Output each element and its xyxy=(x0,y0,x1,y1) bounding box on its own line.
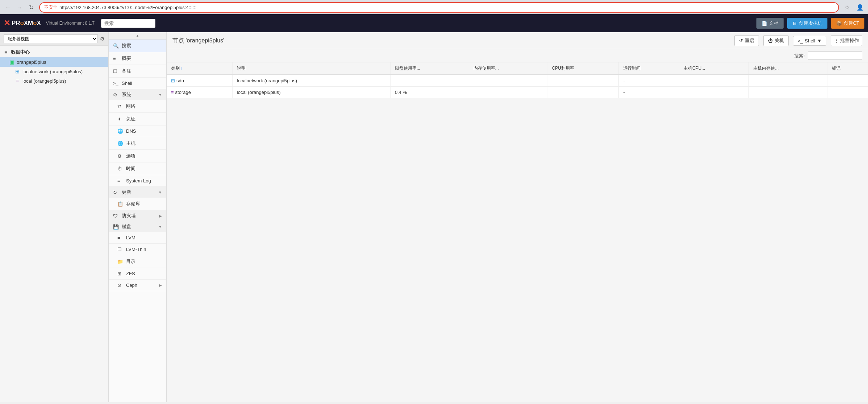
menu-item-lvm[interactable]: ■ LVM xyxy=(109,232,166,244)
forward-button[interactable]: → xyxy=(14,3,25,13)
col-host-cpu[interactable]: 主机CPU... xyxy=(679,62,748,75)
menu-item-zfs[interactable]: ⊞ ZFS xyxy=(109,268,166,280)
view-select[interactable]: 服务器视图 xyxy=(4,34,98,43)
address-bar[interactable] xyxy=(59,5,834,10)
create-ct-icon: 📦 xyxy=(836,21,842,26)
localnetwork-label: localnetwork (orangepi5plus) xyxy=(22,69,83,74)
menu-item-summary[interactable]: ≡ 概要 xyxy=(109,52,166,65)
menu-disks-label: 磁盘 xyxy=(122,223,155,230)
docs-icon: 📄 xyxy=(761,21,767,26)
table-row[interactable]: ≡storage local (orangepi5plus) 0.4 % - xyxy=(167,87,868,98)
create-vm-button[interactable]: 🖥 创建虚拟机 xyxy=(787,18,827,29)
shutdown-button[interactable]: ⏻ 关机 xyxy=(763,35,789,46)
middle-panel: ▲ 🔍 搜索 ≡ 概要 ☐ 备注 >_ Shell ⚙ 系统 ▼ xyxy=(109,32,167,402)
col-host-mem[interactable]: 主机内存使... xyxy=(749,62,827,75)
col-description[interactable]: 说明 xyxy=(232,62,390,75)
localnetwork-icon: ⊞ xyxy=(14,69,20,74)
shell-button[interactable]: >_ Shell ▼ xyxy=(793,36,827,46)
data-table: 类别 说明 磁盘使用率... 内存使用率... CPU利用率 运行时间 主机CP… xyxy=(167,62,868,98)
sidebar-header: 服务器视图 ⚙ xyxy=(0,32,108,46)
content-panel: 节点 'orangepi5plus' ↺ 重启 ⏻ 关机 >_ Shell ▼ … xyxy=(167,32,868,402)
cell-mem-usage xyxy=(469,75,547,87)
menu-item-directory[interactable]: 📁 目录 xyxy=(109,255,166,268)
cell-description: local (orangepi5plus) xyxy=(232,87,390,98)
col-type[interactable]: 类别 xyxy=(167,62,232,75)
cell-host-cpu xyxy=(679,75,748,87)
cell-tags xyxy=(827,75,868,87)
restart-icon: ↺ xyxy=(739,38,743,44)
cell-uptime: - xyxy=(619,87,679,98)
cell-cpu-usage xyxy=(547,75,619,87)
create-ct-label: 创建CT xyxy=(844,20,859,26)
zfs-icon: ⊞ xyxy=(117,271,123,276)
menu-item-repository[interactable]: 📋 存储库 xyxy=(109,198,166,210)
sidebar-item-datacenter[interactable]: ≡ 数据中心 xyxy=(0,47,108,57)
menu-item-shell[interactable]: >_ Shell xyxy=(109,78,166,89)
menu-item-notes[interactable]: ☐ 备注 xyxy=(109,65,166,78)
menu-repository-label: 存储库 xyxy=(126,201,162,207)
menu-syslog-label: System Log xyxy=(126,178,162,184)
menu-item-credentials[interactable]: ✦ 凭证 xyxy=(109,113,166,125)
cell-host-mem xyxy=(749,87,827,98)
local-label: local (orangepi5plus) xyxy=(22,78,66,84)
col-cpu-usage[interactable]: CPU利用率 xyxy=(547,62,619,75)
cell-description: localnetwork (orangepi5plus) xyxy=(232,75,390,87)
create-ct-button[interactable]: 📦 创建CT xyxy=(831,18,864,29)
sidebar-item-localnetwork[interactable]: ⊞ localnetwork (orangepi5plus) xyxy=(0,67,108,76)
browser-top: ← → ↻ 不安全 ☆ 👤 xyxy=(3,2,865,13)
col-uptime[interactable]: 运行时间 xyxy=(619,62,679,75)
menu-item-search[interactable]: 🔍 搜索 xyxy=(109,40,166,52)
sidebar-item-orangepi5plus[interactable]: ▣ orangepi5plus xyxy=(0,57,108,67)
shell-icon: >_ xyxy=(113,81,119,86)
menu-item-host[interactable]: 🌐 主机 xyxy=(109,137,166,150)
menu-options-label: 选项 xyxy=(126,153,162,159)
menu-item-ceph[interactable]: ⊙ Ceph ▶ xyxy=(109,280,166,291)
menu-shell-label: Shell xyxy=(122,81,162,86)
browser-actions: ☆ 👤 xyxy=(842,3,865,13)
menu-item-time[interactable]: ⏱ 时间 xyxy=(109,162,166,175)
menu-item-network[interactable]: ⇄ 网络 xyxy=(109,100,166,113)
menu-host-label: 主机 xyxy=(126,140,162,147)
reload-button[interactable]: ↻ xyxy=(26,3,36,13)
node-label: orangepi5plus xyxy=(17,59,46,65)
sdn-type-icon: ⊞ xyxy=(171,78,175,83)
local-icon: ≡ xyxy=(14,78,20,84)
cell-cpu-usage xyxy=(547,87,619,98)
toolbar-search-input[interactable] xyxy=(101,19,155,28)
app-toolbar: ✕ PROXMOX Virtual Environment 8.1.7 📄 文档… xyxy=(0,14,868,32)
col-disk-usage[interactable]: 磁盘使用率... xyxy=(390,62,469,75)
menu-credentials-label: 凭证 xyxy=(126,116,162,122)
menu-item-options[interactable]: ⚙ 选项 xyxy=(109,150,166,162)
menu-section-disks[interactable]: 💾 磁盘 ▼ xyxy=(109,221,166,232)
more-label: 批量操作 xyxy=(840,38,859,43)
more-options-button[interactable]: ⋮ 批量操作 xyxy=(831,35,862,46)
col-tags[interactable]: 标记 xyxy=(827,62,868,75)
ceph-arrow-icon: ▶ xyxy=(159,283,162,287)
restart-button[interactable]: ↺ 重启 xyxy=(734,35,759,46)
collapse-button[interactable]: ▲ xyxy=(109,32,166,40)
profile-button[interactable]: 👤 xyxy=(855,3,865,13)
syslog-icon: ≡ xyxy=(117,178,123,184)
node-icon: ▣ xyxy=(9,59,14,65)
table-row[interactable]: ⊞sdn localnetwork (orangepi5plus) - xyxy=(167,75,868,87)
menu-item-lvm-thin[interactable]: ☐ LVM-Thin xyxy=(109,244,166,255)
bookmark-button[interactable]: ☆ xyxy=(842,3,852,13)
menu-item-dns[interactable]: 🌐 DNS xyxy=(109,125,166,137)
col-mem-usage[interactable]: 内存使用率... xyxy=(469,62,547,75)
settings-icon[interactable]: ⚙ xyxy=(100,36,105,42)
menu-section-updates[interactable]: ↻ 更新 ▼ xyxy=(109,187,166,198)
menu-section-firewall[interactable]: 🛡 防火墙 ▶ xyxy=(109,210,166,221)
search-icon: 🔍 xyxy=(113,43,119,49)
menu-item-syslog[interactable]: ≡ System Log xyxy=(109,175,166,187)
network-icon: ⇄ xyxy=(117,104,123,109)
app-container: ✕ PROXMOX Virtual Environment 8.1.7 📄 文档… xyxy=(0,14,868,402)
cell-host-mem xyxy=(749,75,827,87)
table-search-input[interactable] xyxy=(808,51,862,60)
menu-firewall-label: 防火墙 xyxy=(122,213,156,219)
back-button[interactable]: ← xyxy=(3,3,13,13)
menu-section-system[interactable]: ⚙ 系统 ▼ xyxy=(109,89,166,100)
sidebar-item-local[interactable]: ≡ local (orangepi5plus) xyxy=(0,76,108,86)
system-arrow-icon: ▼ xyxy=(158,93,162,97)
docs-button[interactable]: 📄 文档 xyxy=(756,18,784,29)
ceph-icon: ⊙ xyxy=(117,283,123,288)
